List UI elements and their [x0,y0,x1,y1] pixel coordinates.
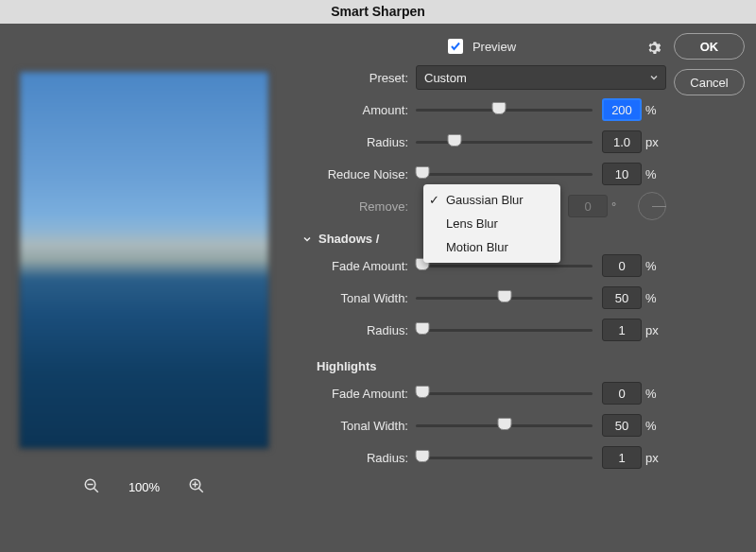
radius-slider[interactable] [416,131,593,152]
shadows-tonal-thumb[interactable] [497,290,511,302]
ok-button[interactable]: OK [674,33,745,60]
zoom-level: 100% [129,480,160,494]
highlights-fade-slider[interactable] [416,383,593,404]
reduce-noise-input[interactable]: 10 [602,163,642,185]
reduce-noise-thumb[interactable] [416,166,430,179]
highlights-radius-input[interactable]: 1 [602,446,642,469]
dialog-title: Smart Sharpen [0,0,756,24]
shadows-radius-thumb[interactable] [416,322,430,335]
preview-checkbox[interactable] [448,39,463,54]
remove-angle-input[interactable]: 0 [568,195,608,217]
dropdown-item-motion[interactable]: Motion Blur [423,235,560,259]
dropdown-item-lens[interactable]: Lens Blur [423,212,560,235]
highlights-tonal-slider[interactable] [416,415,593,436]
cancel-button[interactable]: Cancel [674,69,745,95]
highlights-radius-label: Radius: [298,451,416,465]
shadows-tonal-slider[interactable] [416,287,593,308]
highlights-tonal-thumb[interactable] [497,418,511,430]
check-icon: ✓ [429,193,439,207]
highlights-section-header: Highlights [298,346,666,377]
svg-line-4 [198,488,203,492]
amount-thumb[interactable] [491,102,506,114]
shadows-radius-input[interactable]: 1 [602,319,642,341]
highlights-tonal-label: Tonal Width: [298,419,416,433]
radius-thumb[interactable] [448,134,462,147]
reduce-noise-unit: % [645,167,666,181]
radius-unit: px [645,135,666,149]
highlights-radius-thumb[interactable] [416,450,430,462]
radius-label: Radius: [298,135,416,149]
highlights-fade-thumb[interactable] [416,386,430,398]
shadows-tonal-label: Tonal Width: [298,291,416,305]
chevron-down-icon [648,72,660,86]
dropdown-item-gaussian[interactable]: ✓ Gaussian Blur [423,188,560,212]
shadows-radius-label: Radius: [298,323,416,337]
shadows-fade-unit: % [645,259,666,273]
amount-unit: % [645,103,666,117]
shadows-fade-label: Fade Amount: [298,259,416,273]
highlights-tonal-unit: % [645,419,666,433]
highlights-fade-label: Fade Amount: [298,387,416,401]
shadows-tonal-unit: % [645,291,666,305]
amount-label: Amount: [298,103,416,117]
preset-label: Preset: [298,71,416,85]
preview-image[interactable] [19,71,269,449]
remove-label: Remove: [298,199,416,214]
highlights-fade-input[interactable]: 0 [602,382,642,405]
remove-dropdown[interactable]: ✓ Gaussian Blur Lens Blur Motion Blur [423,184,560,263]
amount-slider[interactable] [416,99,593,120]
amount-input[interactable]: 200 [602,98,642,121]
reduce-noise-slider[interactable] [416,164,593,184]
remove-angle-unit: ° [611,199,632,214]
highlights-radius-slider[interactable] [416,447,593,468]
shadows-fade-input[interactable]: 0 [602,254,642,277]
highlights-fade-unit: % [645,387,666,401]
highlights-radius-unit: px [645,451,666,465]
shadows-radius-slider[interactable] [416,319,593,340]
reduce-noise-label: Reduce Noise: [298,167,416,181]
highlights-tonal-input[interactable]: 50 [602,414,642,437]
shadows-tonal-input[interactable]: 50 [602,286,642,309]
zoom-in-icon[interactable] [188,477,205,497]
svg-line-1 [94,488,98,492]
preset-combo[interactable]: Custom [416,65,666,90]
angle-dial[interactable] [638,192,666,220]
preview-label: Preview [472,40,516,54]
shadows-radius-unit: px [645,323,666,337]
gear-icon[interactable] [645,40,662,59]
radius-input[interactable]: 1.0 [602,130,642,153]
zoom-out-icon[interactable] [83,477,100,497]
